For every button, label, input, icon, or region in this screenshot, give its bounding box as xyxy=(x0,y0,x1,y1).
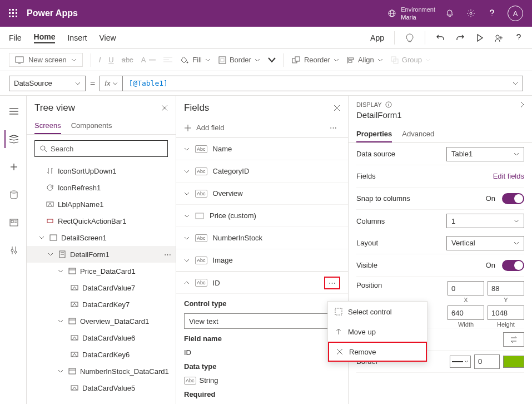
tree-item[interactable]: NumberInStock_DataCard1 xyxy=(27,363,176,380)
search-input[interactable]: Search xyxy=(34,140,168,157)
fields-more-icon[interactable]: ⋯ xyxy=(326,122,340,133)
chevron-down-icon[interactable] xyxy=(58,369,64,373)
tree-item[interactable]: IconSortUpDown1 xyxy=(27,162,176,179)
border-color-swatch[interactable] xyxy=(503,356,524,368)
add-field-button[interactable]: Add field xyxy=(184,124,225,132)
tab-components[interactable]: Components xyxy=(71,118,112,134)
tree-item-more-icon[interactable]: ⋯ xyxy=(164,250,171,259)
prop-tab-advanced[interactable]: Advanced xyxy=(402,126,434,142)
align-objects-button[interactable]: Align xyxy=(347,56,383,64)
notifications-icon[interactable] xyxy=(444,8,455,19)
checker-icon[interactable] xyxy=(405,33,415,43)
visible-toggle[interactable] xyxy=(502,260,524,271)
reorder-button[interactable]: Reorder xyxy=(292,56,339,64)
edit-fields-link[interactable]: Edit fields xyxy=(493,172,524,180)
tree-item[interactable]: Price_DataCard1 xyxy=(27,263,176,279)
fill-button[interactable]: Fill xyxy=(180,56,211,64)
environment-name: Maria xyxy=(401,13,435,21)
svg-rect-0 xyxy=(9,9,11,11)
new-screen-button[interactable]: New screen xyxy=(9,53,83,67)
field-row[interactable]: AbcNumberInStock xyxy=(176,227,348,249)
menu-file[interactable]: File xyxy=(9,33,22,42)
field-row[interactable]: AbcCategoryID xyxy=(176,160,348,183)
rail-hamburger-icon[interactable] xyxy=(4,102,22,120)
field-row-id[interactable]: Abc ID ⋯ xyxy=(176,272,348,294)
chevron-right-icon[interactable] xyxy=(520,101,524,108)
tab-screens[interactable]: Screens xyxy=(34,118,61,134)
menu-insert[interactable]: Insert xyxy=(67,33,87,42)
app-title: Power Apps xyxy=(27,8,78,18)
tree-item[interactable]: DetailForm1⋯ xyxy=(27,246,176,263)
formula-input[interactable]: [@Table1] xyxy=(123,79,173,87)
environment-picker[interactable]: Environment Maria xyxy=(387,6,435,21)
rail-tree-icon[interactable] xyxy=(4,130,22,148)
y-input[interactable]: 88 xyxy=(488,281,524,295)
snap-toggle[interactable] xyxy=(502,193,524,204)
help-menu-icon[interactable] xyxy=(514,33,523,42)
menu-view[interactable]: View xyxy=(99,33,116,42)
expand-ribbon-icon[interactable] xyxy=(268,57,276,63)
settings-icon[interactable] xyxy=(465,8,476,19)
control-type-select[interactable]: View text xyxy=(184,313,340,329)
data-source-select[interactable]: Table1 xyxy=(446,147,524,161)
toolbar: New screen I U abc A Fill Border Reorder… xyxy=(0,49,532,71)
rail-media-icon[interactable] xyxy=(4,214,22,231)
environment-label: Environment xyxy=(401,6,435,13)
redo-icon[interactable] xyxy=(455,33,465,43)
prop-tab-properties[interactable]: Properties xyxy=(356,126,392,142)
x-input[interactable]: 0 xyxy=(448,281,484,295)
info-icon[interactable] xyxy=(385,101,392,108)
rail-insert-icon[interactable] xyxy=(4,158,22,176)
chevron-down-icon[interactable] xyxy=(48,253,54,256)
close-tree-icon[interactable] xyxy=(161,105,168,111)
type-badge: Abc xyxy=(195,279,207,287)
tree-node-icon xyxy=(70,333,79,342)
close-fields-icon[interactable] xyxy=(334,105,340,111)
border-style-select[interactable] xyxy=(450,356,471,368)
tree-item[interactable]: Overview_DataCard1 xyxy=(27,313,176,329)
ctx-remove[interactable]: Remove xyxy=(328,342,427,362)
expand-formula-icon[interactable] xyxy=(508,82,523,85)
menu-home[interactable]: Home xyxy=(34,32,56,43)
help-icon[interactable] xyxy=(486,8,498,19)
ctx-move-up[interactable]: Move up xyxy=(328,322,427,342)
avatar[interactable]: A xyxy=(508,6,523,21)
chevron-down-icon[interactable] xyxy=(58,319,64,323)
field-more-button[interactable]: ⋯ xyxy=(324,277,340,289)
chevron-down-icon[interactable] xyxy=(39,236,46,239)
share-icon[interactable] xyxy=(494,33,504,43)
play-icon[interactable] xyxy=(475,33,484,42)
field-row[interactable]: Price (custom) xyxy=(176,205,348,227)
field-row[interactable]: AbcOverview xyxy=(176,183,348,205)
tree-item[interactable]: DataCardValue5 xyxy=(27,380,176,396)
field-row[interactable]: AbcImage xyxy=(176,249,348,272)
chevron-down-icon[interactable] xyxy=(58,269,64,273)
ctx-select-control[interactable]: Select control xyxy=(328,302,427,322)
tree-item[interactable]: DetailScreen1 xyxy=(27,229,176,246)
columns-select[interactable]: 1 xyxy=(446,214,524,228)
tree-item[interactable]: DataCardValue7 xyxy=(27,279,176,296)
plus-icon xyxy=(184,124,192,132)
property-selector[interactable]: DataSource xyxy=(9,76,86,91)
tree-item[interactable]: DataCardValue6 xyxy=(27,329,176,346)
width-input[interactable]: 640 xyxy=(448,306,484,320)
tree-item[interactable]: DataCardKey6 xyxy=(27,346,176,363)
color-swap-icon[interactable] xyxy=(503,332,524,347)
tree-item[interactable]: IconRefresh1 xyxy=(27,179,176,196)
tree-item[interactable]: LblAppName1 xyxy=(27,196,176,213)
menu-app[interactable]: App xyxy=(370,33,384,42)
tree-item[interactable]: DataCardKey7 xyxy=(27,296,176,313)
height-input[interactable]: 1048 xyxy=(488,306,524,320)
formula-box[interactable]: fx [@Table1] xyxy=(100,76,523,91)
rail-tools-icon[interactable] xyxy=(4,242,22,259)
rail-data-icon[interactable] xyxy=(4,186,22,204)
data-type-label: Data type xyxy=(184,362,340,371)
tree-item-label: DataCardValue6 xyxy=(82,334,135,342)
field-row[interactable]: AbcName xyxy=(176,138,348,160)
border-width-input[interactable]: 0 xyxy=(474,354,500,369)
layout-select[interactable]: Vertical xyxy=(446,236,524,250)
waffle-icon[interactable] xyxy=(4,4,22,22)
tree-item[interactable]: RectQuickActionBar1 xyxy=(27,213,176,229)
border-button[interactable]: Border xyxy=(218,56,260,64)
undo-icon[interactable] xyxy=(435,33,445,43)
